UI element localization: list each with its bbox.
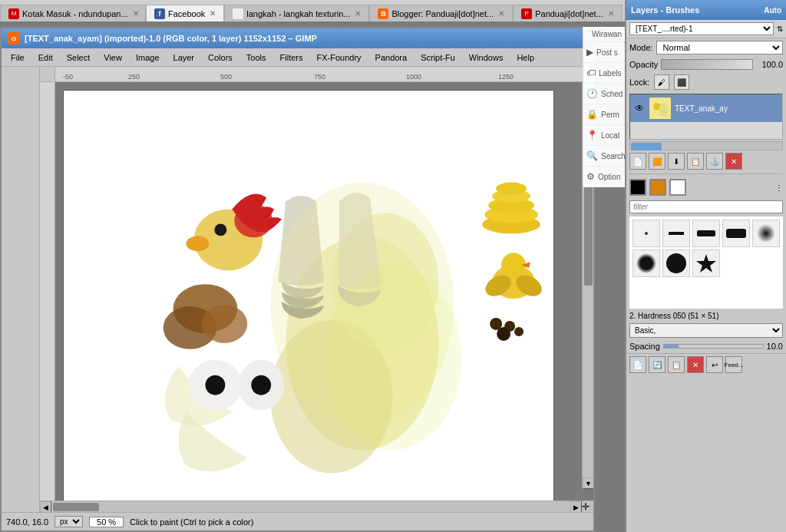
scrollbar-horizontal[interactable]: ◀ ▶ ✛ — [40, 501, 593, 512]
tab-gmail[interactable]: M Kotak Masuk - ndundupan... ✕ — [0, 5, 146, 21]
auto-button[interactable]: Auto — [764, 6, 781, 15]
ruler-mark-750: 750 — [314, 73, 325, 81]
menu-help[interactable]: Help — [510, 51, 540, 64]
svg-point-13 — [205, 375, 225, 395]
opacity-row: Opacity 100.0 — [626, 57, 786, 72]
status-coords: 740.0, 16.0 — [6, 517, 48, 527]
blogger-item-location[interactable]: 📍 Locat — [583, 125, 625, 146]
layer-dropdown[interactable]: [TEXT_....rted)-1 — [629, 22, 774, 35]
brush-filter-input[interactable] — [629, 200, 783, 213]
menu-layer[interactable]: Layer — [167, 51, 201, 64]
menu-edit[interactable]: Edit — [32, 51, 59, 64]
brush-category-select[interactable]: Basic, — [629, 323, 783, 338]
layer-visibility-toggle[interactable]: 👁 — [633, 102, 646, 114]
layer-item-0[interactable]: 👁 TEXT_anak_ay — [630, 94, 782, 122]
gimp-content: -50 250 500 750 1000 1250 — [2, 67, 593, 512]
tab-blogger[interactable]: B Blogger: Panduaji[dot]net... ✕ — [369, 5, 513, 21]
blogger-item-options[interactable]: ⚙ Option — [583, 167, 625, 187]
layers-scrollbar-thumb[interactable] — [631, 143, 662, 150]
menu-windows[interactable]: Windows — [463, 51, 510, 64]
brush-item-soft-dot[interactable] — [752, 220, 780, 247]
lock-alpha-icon[interactable]: ⬛ — [674, 74, 689, 90]
gimp-icon: G — [8, 32, 20, 45]
blogger-item-labels[interactable]: 🏷 Labels — [583, 63, 625, 84]
menu-filters[interactable]: Filters — [274, 51, 309, 64]
labels-icon: 🏷 — [586, 68, 596, 78]
brush-item-full-dot[interactable] — [662, 249, 690, 277]
zoom-input[interactable] — [89, 517, 124, 527]
gimp-statusbar: 740.0, 16.0 px Click to paint (Ctrl to p… — [2, 512, 593, 530]
pandua-favicon: P — [521, 8, 532, 19]
blogger-item-search[interactable]: 🔍 Search — [583, 146, 625, 167]
brush-item-tiny-dot[interactable] — [632, 220, 660, 247]
new-layer-button[interactable]: 📄 — [629, 153, 646, 170]
tab-pandua[interactable]: P Panduaji[dot]net... ✕ — [513, 5, 623, 21]
menu-file[interactable]: File — [5, 51, 31, 64]
labels-label: Labels — [599, 69, 621, 78]
menu-colors[interactable]: Colors — [202, 51, 239, 64]
lock-brush-icon[interactable]: 🖌 — [654, 74, 669, 90]
brush-options-button[interactable]: ⋮ — [775, 183, 783, 192]
tab-blogger-close[interactable]: ✕ — [498, 9, 504, 18]
layers-titlebar: Layers - Brushes Auto — [626, 0, 786, 20]
duplicate-layer-button[interactable]: 📋 — [687, 153, 704, 170]
brush-item-large-dash[interactable] — [722, 220, 750, 247]
lower-layer-button[interactable]: ⬇ — [668, 153, 685, 170]
mode-select[interactable]: Normal — [656, 41, 783, 55]
blogger-item-perma[interactable]: 🔒 Perm — [583, 104, 625, 125]
spacing-value: 10.0 — [767, 342, 783, 351]
ruler-mark-1000: 1000 — [406, 73, 421, 81]
menu-pandora[interactable]: Pandora — [369, 51, 414, 64]
brush-undo-button[interactable]: ↩ — [706, 356, 723, 373]
brush-refresh-button[interactable]: 🔄 — [649, 356, 665, 373]
tab-facebook-close[interactable]: ✕ — [210, 9, 216, 18]
tab-langkah-close[interactable]: ✕ — [355, 9, 361, 18]
brush-delete-button[interactable]: ✕ — [687, 356, 704, 373]
tab-pandua-close[interactable]: ✕ — [608, 9, 614, 18]
menu-fxfoundry[interactable]: FX-Foundry — [310, 51, 367, 64]
ruler-mark-500: 500 — [220, 73, 232, 81]
brush-filter-row — [626, 199, 786, 215]
menu-tools[interactable]: Tools — [240, 51, 272, 64]
brush-item-dash[interactable] — [662, 220, 690, 247]
spacing-slider[interactable] — [663, 344, 764, 349]
scrollbar-h-thumb[interactable] — [53, 503, 99, 511]
gimp-canvas[interactable] — [63, 90, 554, 501]
brush-copy-button[interactable]: 📋 — [668, 356, 685, 373]
canvas-wrapper[interactable]: ▲ ▼ — [55, 82, 593, 501]
svg-point-37 — [757, 224, 775, 243]
menu-view[interactable]: View — [97, 51, 128, 64]
raise-layer-button[interactable]: 🟧 — [649, 153, 665, 170]
blogger-item-posts[interactable]: ▶ Post s — [583, 42, 625, 63]
blogger-item-schedule[interactable]: 🕐 Sched — [583, 84, 625, 104]
tab-langkah[interactable]: langkah - langkah texturin... ✕ — [224, 5, 369, 21]
feedback-button[interactable]: Feed... — [725, 356, 742, 373]
svg-rect-34 — [669, 232, 684, 235]
gimp-menubar: File Edit Select View Image Layer Colors… — [2, 48, 593, 67]
brush-item-hard-dot[interactable] — [632, 249, 660, 277]
scroll-down-arrow[interactable]: ▼ — [583, 477, 593, 489]
tab-facebook[interactable]: f Facebook ✕ — [146, 5, 224, 21]
menu-select[interactable]: Select — [61, 51, 97, 64]
layer-dropdown-arrow[interactable]: ⇅ — [777, 25, 783, 33]
layers-list-scrollbar[interactable] — [629, 141, 783, 150]
scroll-right-arrow[interactable]: ▶ — [570, 501, 582, 512]
brush-swatch-white[interactable] — [669, 179, 686, 196]
unit-select[interactable]: px — [54, 516, 83, 527]
opacity-slider[interactable] — [661, 59, 753, 70]
brush-swatch-black[interactable] — [629, 179, 646, 196]
delete-layer-button[interactable]: ✕ — [725, 153, 742, 170]
menu-scriptfu[interactable]: Script-Fu — [414, 51, 461, 64]
anchor-layer-button[interactable]: ⚓ — [706, 153, 723, 170]
scroll-left-arrow[interactable]: ◀ — [40, 501, 51, 512]
menu-image[interactable]: Image — [130, 51, 166, 64]
tab-gmail-close[interactable]: ✕ — [133, 9, 139, 18]
brush-swatch-orange[interactable] — [649, 179, 666, 196]
brush-category-row: Basic, — [626, 322, 786, 339]
brush-item-medium-dash[interactable] — [692, 220, 720, 247]
posts-icon: ▶ — [586, 47, 593, 58]
brush-new-button[interactable]: 📄 — [629, 356, 646, 373]
opacity-value: 100.0 — [756, 60, 783, 69]
brush-item-star[interactable] — [692, 249, 720, 277]
svg-point-19 — [496, 183, 527, 195]
